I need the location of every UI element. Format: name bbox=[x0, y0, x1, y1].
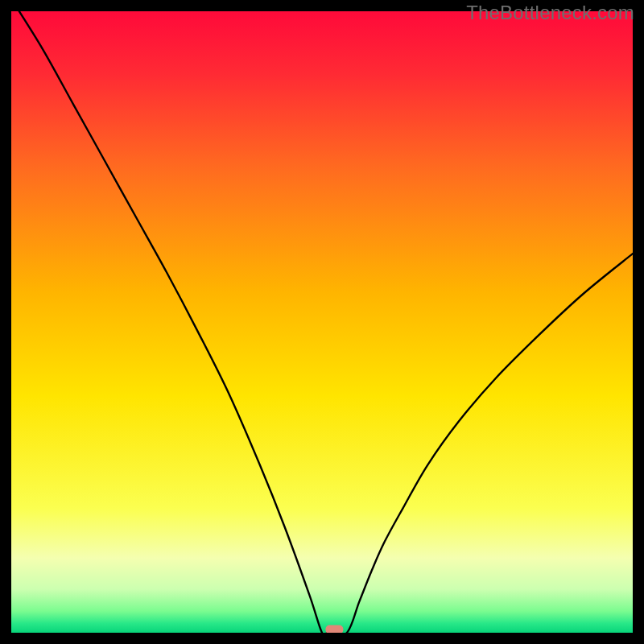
chart-stage: TheBottleneck.com bbox=[0, 0, 644, 644]
gradient-background bbox=[11, 11, 633, 633]
optimum-marker bbox=[325, 625, 343, 633]
plot-area bbox=[11, 11, 633, 633]
plot-svg bbox=[11, 11, 633, 633]
watermark-text: TheBottleneck.com bbox=[466, 2, 634, 24]
